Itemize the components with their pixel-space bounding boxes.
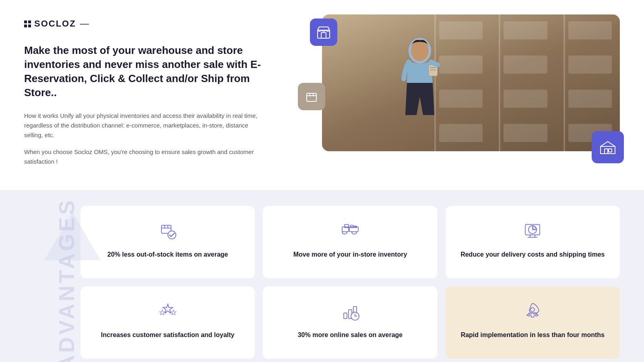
logo-dots — [24, 21, 31, 27]
left-content: SOCLOZ— Make the most of your warehouse … — [24, 14, 274, 174]
card-icon-delivery — [523, 220, 542, 241]
card-label-inventory: Move more of your in-store inventory — [293, 250, 407, 259]
logo-suffix: — — [80, 19, 90, 29]
card-icon-stock — [158, 220, 178, 241]
svg-rect-1 — [321, 33, 326, 38]
stars-icon — [158, 302, 178, 321]
card-sales: 30% more online sales on average — [263, 286, 437, 359]
svg-rect-8 — [605, 149, 608, 154]
hero-image-area — [298, 14, 620, 159]
cards-grid: 20% less out-of-stock items on average M… — [80, 206, 620, 359]
package-icon — [304, 89, 319, 104]
truck-icon — [341, 221, 360, 241]
card-label-delivery: Reduce your delivery costs and shipping … — [460, 250, 605, 259]
hero-desc2: When you choose Socloz OMS, you're choos… — [24, 147, 258, 167]
svg-rect-9 — [609, 149, 612, 152]
shelf-lines — [426, 14, 620, 151]
svg-rect-16 — [350, 225, 353, 228]
svg-point-31 — [530, 308, 535, 312]
card-inventory: Move more of your in-store inventory — [263, 206, 437, 278]
logo-icon — [24, 21, 31, 27]
warehouse-icon — [599, 138, 617, 156]
logo-dot — [28, 21, 31, 23]
bottom-section: ADVANTAGES 20% less out-of-stock items o… — [0, 190, 644, 362]
card-satisfaction: Increases customer satisfaction and loya… — [80, 286, 255, 359]
card-icon-inventory — [341, 220, 360, 241]
package-badge — [298, 83, 325, 110]
card-label-implementation: Rapid implementation in less than four m… — [461, 331, 605, 339]
growth-icon — [341, 302, 360, 321]
card-icon-sales — [341, 301, 360, 322]
card-icon-satisfaction — [158, 301, 178, 322]
hero-headline: Make the most of your warehouse and stor… — [24, 43, 266, 100]
logo-text: SOCLOZ — [34, 19, 76, 29]
card-delivery: Reduce your delivery costs and shipping … — [446, 206, 620, 278]
chart-icon — [523, 221, 542, 241]
shop-icon — [316, 25, 331, 40]
rocket-icon — [523, 302, 542, 321]
warehouse-badge — [592, 131, 624, 163]
hero-desc1: How it works Unify all your physical inv… — [24, 111, 258, 140]
svg-rect-25 — [344, 313, 347, 319]
advantages-triangle — [44, 212, 101, 260]
logo-dot — [28, 25, 31, 27]
card-label-stock: 20% less out-of-stock items on average — [107, 250, 228, 259]
card-label-satisfaction: Increases customer satisfaction and loya… — [101, 331, 235, 339]
card-label-sales: 30% more online sales on average — [298, 331, 403, 339]
logo-dot — [24, 21, 27, 23]
card-stock: 20% less out-of-stock items on average — [80, 206, 255, 278]
headline-bold: Make the most of your warehouse and stor… — [24, 44, 243, 70]
shop-badge — [310, 19, 337, 46]
logo: SOCLOZ— — [24, 19, 274, 29]
card-icon-implementation — [523, 301, 542, 322]
person-svg — [388, 35, 452, 151]
card-implementation: Rapid implementation in less than four m… — [446, 286, 620, 359]
inventory-icon — [158, 221, 178, 241]
shelf-col-2 — [499, 14, 547, 151]
logo-dot — [24, 25, 27, 27]
top-section: SOCLOZ— Make the most of your warehouse … — [0, 0, 644, 190]
svg-point-3 — [411, 40, 429, 61]
shelf-col-3 — [564, 14, 612, 151]
hero-warehouse-image — [322, 14, 620, 151]
img-placeholder — [322, 14, 620, 151]
svg-rect-7 — [307, 93, 316, 101]
